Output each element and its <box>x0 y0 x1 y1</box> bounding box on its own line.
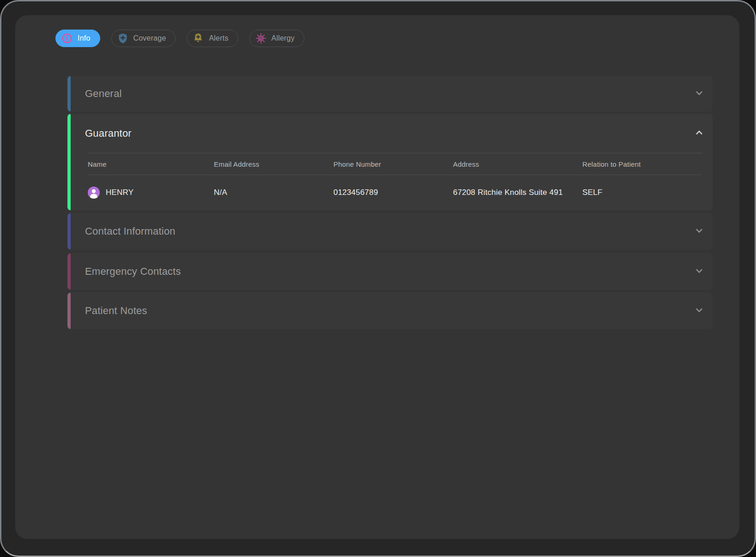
column-header-address: Address <box>453 160 582 168</box>
patient-notes-accent-bar <box>67 292 71 329</box>
person-avatar-icon <box>88 187 100 199</box>
section-guarantor-header[interactable]: Guarantor <box>67 114 713 153</box>
section-patient-notes: Patient Notes <box>67 292 713 329</box>
column-header-email: Email Address <box>214 160 333 168</box>
virus-icon <box>255 32 267 44</box>
section-emergency-contacts-title: Emergency Contacts <box>85 266 181 278</box>
emergency-contacts-accent-bar <box>67 253 71 290</box>
chevron-down-icon[interactable] <box>693 304 705 318</box>
chevron-down-icon[interactable] <box>693 224 705 238</box>
section-patient-notes-header[interactable]: Patient Notes <box>67 292 713 329</box>
guarantor-name: HENRY <box>106 188 133 197</box>
guarantor-address: 67208 Ritchie Knolls Suite 491 <box>453 188 582 197</box>
section-contact-information: Contact Information <box>67 213 713 250</box>
chevron-up-icon[interactable] <box>693 127 705 140</box>
section-guarantor: Guarantor Name Email Address Phone Numbe… <box>67 114 713 211</box>
section-general-header[interactable]: General <box>67 76 713 112</box>
accordion-list: General Guarantor <box>67 76 713 329</box>
general-accent-bar <box>67 76 71 112</box>
section-guarantor-title: Guarantor <box>85 127 132 139</box>
info-icon <box>61 32 73 44</box>
device-frame: Info Coverage <box>0 0 756 557</box>
bell-plus-icon <box>192 32 204 44</box>
section-general-title: General <box>85 88 122 100</box>
tab-alerts[interactable]: Alerts <box>187 30 238 47</box>
tab-coverage[interactable]: Coverage <box>111 30 176 47</box>
section-patient-notes-title: Patient Notes <box>85 305 147 317</box>
shield-plus-icon <box>117 32 129 44</box>
contact-information-accent-bar <box>67 213 71 250</box>
section-emergency-contacts-header[interactable]: Emergency Contacts <box>67 253 713 290</box>
guarantor-email: N/A <box>214 188 333 197</box>
section-general: General <box>67 76 713 112</box>
chevron-down-icon[interactable] <box>693 265 705 278</box>
guarantor-relation: SELF <box>582 188 702 197</box>
tab-info-label: Info <box>78 34 91 42</box>
column-header-name: Name <box>88 160 214 168</box>
tab-coverage-label: Coverage <box>133 34 166 42</box>
guarantor-table-header: Name Email Address Phone Number Address … <box>88 153 702 175</box>
app-window: Info Coverage <box>15 15 739 539</box>
section-emergency-contacts: Emergency Contacts <box>67 253 713 290</box>
guarantor-phone: 0123456789 <box>333 188 453 197</box>
tab-allergy-label: Allergy <box>272 34 295 42</box>
tab-bar: Info Coverage <box>55 30 304 47</box>
tab-info[interactable]: Info <box>55 30 100 47</box>
section-contact-information-title: Contact Information <box>85 225 175 237</box>
guarantor-name-cell: HENRY <box>88 187 214 199</box>
guarantor-accent-bar <box>67 114 71 211</box>
guarantor-table-row[interactable]: HENRY N/A 0123456789 67208 Ritchie Knoll… <box>88 175 702 210</box>
tab-allergy[interactable]: Allergy <box>249 30 304 47</box>
column-header-phone: Phone Number <box>333 160 453 168</box>
chevron-down-icon[interactable] <box>693 87 705 101</box>
tab-alerts-label: Alerts <box>209 34 228 42</box>
column-header-relation: Relation to Patient <box>582 160 702 168</box>
section-contact-information-header[interactable]: Contact Information <box>67 213 713 250</box>
guarantor-table: Name Email Address Phone Number Address … <box>67 153 713 210</box>
